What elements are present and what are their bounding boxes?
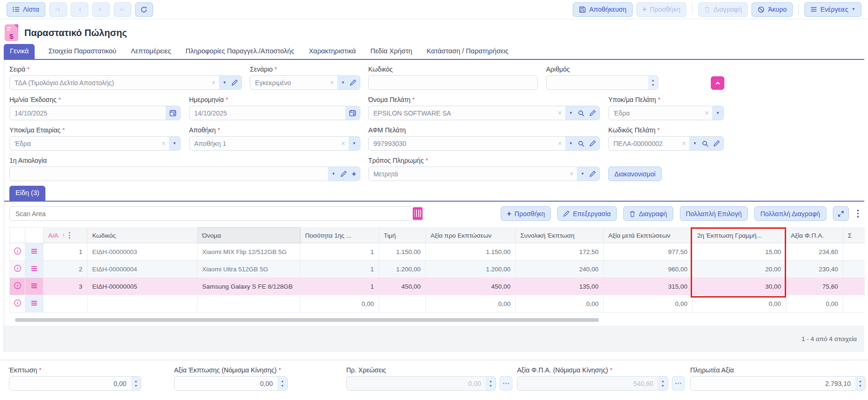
vat-value-input[interactable] bbox=[518, 377, 658, 390]
grid-delete-button[interactable]: Διαγραφή bbox=[623, 206, 673, 221]
cell-price[interactable]: 1.200,00 bbox=[379, 261, 426, 278]
cell-gross[interactable]: 1.150,00 bbox=[426, 243, 516, 261]
cell-qty[interactable]: 1 bbox=[300, 243, 379, 261]
column-menu-icon[interactable] bbox=[69, 232, 70, 239]
tab-katastasi-paratiriseis[interactable]: Κατάσταση / Παρατηρήσεις bbox=[426, 44, 510, 59]
row-info-cell[interactable]: i bbox=[10, 261, 25, 278]
search-icon[interactable] bbox=[702, 140, 708, 147]
customer-name-input[interactable] bbox=[369, 106, 554, 120]
discount-stepper[interactable]: ▲▼ bbox=[131, 377, 141, 390]
customer-vat-input[interactable] bbox=[369, 137, 554, 150]
cell-clipped[interactable] bbox=[843, 295, 865, 313]
scan-area-input[interactable] bbox=[10, 210, 413, 218]
customer-code-input[interactable] bbox=[609, 137, 678, 150]
col-clipped[interactable]: Σ bbox=[843, 228, 865, 243]
row-menu-cell[interactable] bbox=[25, 295, 44, 313]
row-info-cell[interactable]: i bbox=[10, 278, 25, 295]
cell-name[interactable] bbox=[197, 295, 300, 313]
number-input[interactable] bbox=[547, 76, 648, 89]
row-menu-cell[interactable] bbox=[25, 278, 44, 295]
row-menu-cell[interactable] bbox=[25, 243, 44, 261]
info-icon[interactable]: i bbox=[14, 247, 22, 255]
discount-input[interactable] bbox=[9, 377, 131, 390]
search-icon[interactable] bbox=[578, 140, 584, 147]
step-up-icon[interactable]: ▲ bbox=[281, 379, 284, 383]
calendar-icon[interactable] bbox=[349, 109, 356, 116]
cell-name[interactable]: Xiaomi MIX Flip 12/512GB 5G bbox=[197, 243, 300, 261]
cell-discount[interactable]: 135,00 bbox=[516, 278, 604, 295]
cell-code[interactable]: ΕΙΔΗ-00000003 bbox=[88, 243, 197, 261]
col-gross[interactable]: Αξία προ Εκπτώσεων bbox=[426, 228, 516, 243]
reason1-input[interactable] bbox=[10, 167, 328, 181]
row-menu-icon[interactable] bbox=[31, 283, 37, 289]
multi-delete-button[interactable]: Πολλαπλή Διαγραφή bbox=[754, 206, 826, 221]
cell-gross[interactable]: 1.200,00 bbox=[426, 261, 516, 278]
chevron-down-icon[interactable]: ▼ bbox=[569, 111, 573, 115]
cell-clipped[interactable] bbox=[843, 278, 865, 295]
grid-add-button[interactable]: + Προσθήκη bbox=[501, 206, 551, 221]
clear-icon[interactable]: × bbox=[554, 140, 565, 147]
col-qty[interactable]: Ποσότητα 1ης ... bbox=[300, 228, 379, 243]
vat-value-stepper[interactable]: ▲▼ bbox=[658, 377, 668, 390]
step-down-icon[interactable]: ▼ bbox=[489, 384, 492, 387]
step-down-icon[interactable]: ▼ bbox=[661, 384, 664, 387]
chevron-down-icon[interactable]: ▼ bbox=[716, 111, 720, 115]
step-up-icon[interactable]: ▲ bbox=[661, 379, 664, 383]
vat-value-more-button[interactable] bbox=[672, 376, 685, 391]
cell-aa[interactable]: 1 bbox=[44, 243, 88, 261]
search-icon[interactable] bbox=[578, 110, 584, 116]
chevron-down-icon[interactable]: ▼ bbox=[341, 80, 345, 85]
cell-aa[interactable]: 2 bbox=[44, 261, 88, 278]
table-row[interactable]: i 1 ΕΙΔΗ-00000003 Xiaomi MIX Flip 12/512… bbox=[10, 243, 865, 261]
chevron-down-icon[interactable]: ▼ bbox=[332, 172, 336, 176]
table-row-selected[interactable]: i 3 ΕΙΔΗ-00000005 Samsung Galaxy S FE 8/… bbox=[10, 278, 865, 295]
settlements-button[interactable]: Διακανονισμοί bbox=[608, 167, 662, 181]
step-up-icon[interactable]: ▲ bbox=[651, 79, 655, 82]
expand-grid-button[interactable] bbox=[833, 206, 849, 221]
collapse-panel-button[interactable] bbox=[711, 76, 724, 90]
tab-pedia-xristi[interactable]: Πεδία Χρήστη bbox=[369, 44, 413, 59]
cell-discount2[interactable]: 20,00 bbox=[693, 261, 786, 278]
discount-value-stepper[interactable]: ▲▼ bbox=[277, 377, 287, 390]
col-code[interactable]: Κωδικός bbox=[88, 228, 197, 243]
chevron-down-icon[interactable]: ▼ bbox=[173, 141, 176, 145]
col-net[interactable]: Αξία μετά Εκπτώσεων bbox=[604, 228, 693, 243]
extra-charges-input[interactable] bbox=[347, 377, 486, 390]
col-aa[interactable]: Α/Α↑ bbox=[44, 228, 88, 243]
cell-gross[interactable]: 450,00 bbox=[426, 278, 516, 295]
delete-button[interactable]: Διαγραφή bbox=[698, 2, 748, 17]
cell-name[interactable]: Samsung Galaxy S FE 8/128GB bbox=[197, 278, 300, 295]
step-down-icon[interactable]: ▼ bbox=[651, 83, 655, 87]
cell-qty[interactable]: 1 bbox=[300, 261, 379, 278]
next-record-button[interactable] bbox=[92, 2, 110, 17]
cell-vat[interactable]: 230,40 bbox=[786, 261, 843, 278]
edit-icon[interactable] bbox=[590, 171, 596, 177]
warehouse-input[interactable] bbox=[190, 137, 338, 150]
edit-icon[interactable] bbox=[714, 140, 720, 146]
step-down-icon[interactable]: ▼ bbox=[281, 384, 284, 387]
tab-xaraktiristika[interactable]: Χαρακτηριστικά bbox=[308, 44, 357, 59]
col-total-discount[interactable]: Συνολική Έκπτωση bbox=[516, 228, 604, 243]
customer-branch-input[interactable] bbox=[609, 106, 701, 120]
step-down-icon[interactable]: ▼ bbox=[859, 384, 862, 387]
clear-icon[interactable]: × bbox=[327, 79, 337, 87]
step-down-icon[interactable]: ▼ bbox=[134, 384, 138, 387]
cell-code[interactable] bbox=[88, 295, 197, 313]
cell-discount2[interactable]: 30,00 bbox=[693, 278, 786, 295]
cell-price[interactable] bbox=[379, 295, 426, 313]
cell-net[interactable]: 315,00 bbox=[604, 278, 693, 295]
cell-vat[interactable]: 75,60 bbox=[786, 278, 843, 295]
chevron-down-icon[interactable]: ▼ bbox=[581, 172, 584, 176]
refresh-button[interactable] bbox=[135, 2, 153, 17]
edit-icon[interactable] bbox=[341, 171, 347, 177]
clear-icon[interactable]: × bbox=[566, 170, 577, 178]
cell-aa[interactable]: 3 bbox=[44, 278, 88, 295]
col-price[interactable]: Τιμή bbox=[379, 228, 426, 243]
tab-genika[interactable]: Γενικά bbox=[4, 44, 35, 59]
tab-plirofories-apostolis[interactable]: Πληροφορίες Παραγγελ./Αποστολής bbox=[185, 44, 295, 59]
payable-input[interactable] bbox=[691, 377, 855, 390]
company-branch-input[interactable] bbox=[10, 137, 158, 150]
extra-charges-stepper[interactable]: ▲▼ bbox=[486, 377, 496, 390]
cell-net[interactable]: 977,50 bbox=[604, 243, 693, 261]
row-menu-icon[interactable] bbox=[31, 300, 37, 306]
